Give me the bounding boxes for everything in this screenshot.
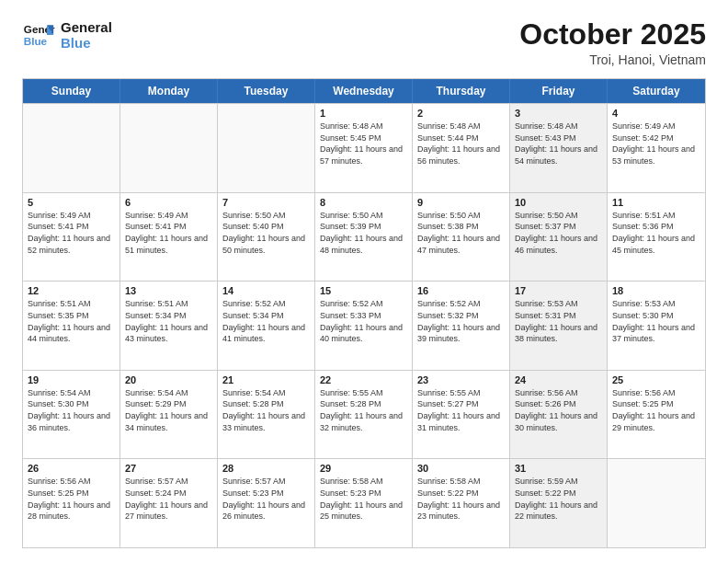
daylight-text: Daylight: 11 hours and 28 minutes. bbox=[28, 500, 115, 523]
day-number: 2 bbox=[417, 108, 505, 119]
daylight-text: Daylight: 11 hours and 32 minutes. bbox=[320, 410, 407, 433]
sunset-text: Sunset: 5:45 PM bbox=[320, 132, 407, 144]
cal-cell-r2c4: 16Sunrise: 5:52 AMSunset: 5:32 PMDayligh… bbox=[413, 282, 510, 370]
sunrise-text: Sunrise: 5:59 AM bbox=[515, 476, 602, 488]
sunset-text: Sunset: 5:31 PM bbox=[515, 310, 602, 322]
daylight-text: Daylight: 11 hours and 29 minutes. bbox=[612, 410, 700, 433]
calendar: SundayMondayTuesdayWednesdayThursdayFrid… bbox=[22, 78, 706, 548]
cal-cell-r3c2: 21Sunrise: 5:54 AMSunset: 5:28 PMDayligh… bbox=[218, 371, 315, 459]
daylight-text: Daylight: 11 hours and 50 minutes. bbox=[222, 233, 310, 256]
day-number: 26 bbox=[28, 463, 115, 474]
month-title: October 2025 bbox=[519, 18, 706, 51]
cal-cell-r3c1: 20Sunrise: 5:54 AMSunset: 5:29 PMDayligh… bbox=[120, 371, 218, 459]
sunset-text: Sunset: 5:40 PM bbox=[222, 221, 310, 233]
daylight-text: Daylight: 11 hours and 57 minutes. bbox=[320, 144, 407, 167]
day-number: 12 bbox=[28, 285, 115, 296]
sunrise-text: Sunrise: 5:50 AM bbox=[515, 210, 602, 222]
sunset-text: Sunset: 5:27 PM bbox=[417, 398, 505, 410]
sunrise-text: Sunrise: 5:49 AM bbox=[612, 121, 700, 132]
calendar-row-2: 12Sunrise: 5:51 AMSunset: 5:35 PMDayligh… bbox=[23, 281, 705, 370]
sunrise-text: Sunrise: 5:53 AM bbox=[515, 298, 602, 310]
sunset-text: Sunset: 5:22 PM bbox=[515, 488, 602, 500]
logo-general: General bbox=[61, 19, 112, 35]
day-number: 1 bbox=[320, 108, 407, 119]
sunset-text: Sunset: 5:43 PM bbox=[515, 132, 602, 144]
cal-cell-r4c0: 26Sunrise: 5:56 AMSunset: 5:25 PMDayligh… bbox=[23, 459, 120, 547]
cal-cell-r1c2: 7Sunrise: 5:50 AMSunset: 5:40 PMDaylight… bbox=[218, 193, 315, 282]
day-number: 10 bbox=[515, 197, 602, 208]
sunset-text: Sunset: 5:42 PM bbox=[612, 132, 700, 144]
cal-cell-r3c4: 23Sunrise: 5:55 AMSunset: 5:27 PMDayligh… bbox=[413, 371, 510, 459]
daylight-text: Daylight: 11 hours and 46 minutes. bbox=[515, 233, 602, 256]
sunset-text: Sunset: 5:34 PM bbox=[222, 310, 310, 322]
day-number: 22 bbox=[320, 374, 407, 385]
cal-cell-r4c3: 29Sunrise: 5:58 AMSunset: 5:23 PMDayligh… bbox=[315, 459, 413, 547]
sunrise-text: Sunrise: 5:52 AM bbox=[417, 298, 505, 310]
day-number: 15 bbox=[320, 285, 407, 296]
sunset-text: Sunset: 5:23 PM bbox=[320, 488, 407, 500]
sunset-text: Sunset: 5:39 PM bbox=[320, 221, 407, 233]
daylight-text: Daylight: 11 hours and 38 minutes. bbox=[515, 322, 602, 345]
sunset-text: Sunset: 5:22 PM bbox=[417, 488, 505, 500]
cal-cell-r3c6: 25Sunrise: 5:56 AMSunset: 5:25 PMDayligh… bbox=[608, 371, 705, 459]
day-number: 11 bbox=[612, 197, 700, 208]
cal-cell-r2c3: 15Sunrise: 5:52 AMSunset: 5:33 PMDayligh… bbox=[315, 282, 413, 370]
sunset-text: Sunset: 5:30 PM bbox=[28, 398, 115, 410]
sunrise-text: Sunrise: 5:55 AM bbox=[320, 387, 407, 399]
sunset-text: Sunset: 5:26 PM bbox=[515, 398, 602, 410]
cal-cell-r0c6: 4Sunrise: 5:49 AMSunset: 5:42 PMDaylight… bbox=[608, 104, 705, 192]
daylight-text: Daylight: 11 hours and 25 minutes. bbox=[320, 500, 407, 523]
cal-cell-r0c4: 2Sunrise: 5:48 AMSunset: 5:44 PMDaylight… bbox=[413, 104, 510, 192]
cal-cell-r3c3: 22Sunrise: 5:55 AMSunset: 5:28 PMDayligh… bbox=[315, 371, 413, 459]
daylight-text: Daylight: 11 hours and 53 minutes. bbox=[612, 144, 700, 167]
sunrise-text: Sunrise: 5:48 AM bbox=[417, 121, 505, 132]
cal-cell-r2c6: 18Sunrise: 5:53 AMSunset: 5:30 PMDayligh… bbox=[608, 282, 705, 370]
sunrise-text: Sunrise: 5:54 AM bbox=[28, 387, 115, 399]
daylight-text: Daylight: 11 hours and 47 minutes. bbox=[417, 233, 505, 256]
sunrise-text: Sunrise: 5:57 AM bbox=[125, 476, 212, 488]
cal-cell-r2c1: 13Sunrise: 5:51 AMSunset: 5:34 PMDayligh… bbox=[120, 282, 218, 370]
sunrise-text: Sunrise: 5:48 AM bbox=[515, 121, 602, 132]
day-number: 13 bbox=[125, 285, 212, 296]
day-number: 17 bbox=[515, 285, 602, 296]
sunrise-text: Sunrise: 5:51 AM bbox=[125, 298, 212, 310]
cal-cell-r0c2 bbox=[218, 104, 315, 192]
header-thursday: Thursday bbox=[413, 79, 510, 103]
logo: General Blue General Blue bbox=[22, 18, 112, 52]
sunset-text: Sunset: 5:32 PM bbox=[417, 310, 505, 322]
sunrise-text: Sunrise: 5:54 AM bbox=[222, 387, 310, 399]
sunset-text: Sunset: 5:30 PM bbox=[612, 310, 700, 322]
cal-cell-r3c0: 19Sunrise: 5:54 AMSunset: 5:30 PMDayligh… bbox=[23, 371, 120, 459]
cal-cell-r1c3: 8Sunrise: 5:50 AMSunset: 5:39 PMDaylight… bbox=[315, 193, 413, 282]
daylight-text: Daylight: 11 hours and 41 minutes. bbox=[222, 322, 310, 345]
sunrise-text: Sunrise: 5:56 AM bbox=[612, 387, 700, 399]
location: Troi, Hanoi, Vietnam bbox=[519, 52, 706, 67]
sunrise-text: Sunrise: 5:49 AM bbox=[125, 210, 212, 222]
day-number: 28 bbox=[222, 463, 310, 474]
cal-cell-r1c0: 5Sunrise: 5:49 AMSunset: 5:41 PMDaylight… bbox=[23, 193, 120, 282]
sunset-text: Sunset: 5:24 PM bbox=[125, 488, 212, 500]
sunset-text: Sunset: 5:28 PM bbox=[222, 398, 310, 410]
cal-cell-r1c4: 9Sunrise: 5:50 AMSunset: 5:38 PMDaylight… bbox=[413, 193, 510, 282]
sunrise-text: Sunrise: 5:56 AM bbox=[515, 387, 602, 399]
daylight-text: Daylight: 11 hours and 52 minutes. bbox=[28, 233, 115, 256]
cal-cell-r1c6: 11Sunrise: 5:51 AMSunset: 5:36 PMDayligh… bbox=[608, 193, 705, 282]
day-number: 31 bbox=[515, 463, 602, 474]
header-tuesday: Tuesday bbox=[218, 79, 315, 103]
daylight-text: Daylight: 11 hours and 44 minutes. bbox=[28, 322, 115, 345]
day-number: 6 bbox=[125, 197, 212, 208]
header-monday: Monday bbox=[120, 79, 218, 103]
daylight-text: Daylight: 11 hours and 33 minutes. bbox=[222, 410, 310, 433]
sunset-text: Sunset: 5:37 PM bbox=[515, 221, 602, 233]
day-number: 27 bbox=[125, 463, 212, 474]
sunrise-text: Sunrise: 5:55 AM bbox=[417, 387, 505, 399]
sunset-text: Sunset: 5:35 PM bbox=[28, 310, 115, 322]
sunrise-text: Sunrise: 5:54 AM bbox=[125, 387, 212, 399]
sunrise-text: Sunrise: 5:56 AM bbox=[28, 476, 115, 488]
cal-cell-r2c5: 17Sunrise: 5:53 AMSunset: 5:31 PMDayligh… bbox=[510, 282, 608, 370]
cal-cell-r0c5: 3Sunrise: 5:48 AMSunset: 5:43 PMDaylight… bbox=[510, 104, 608, 192]
cal-cell-r4c6 bbox=[608, 459, 705, 547]
day-number: 29 bbox=[320, 463, 407, 474]
day-number: 9 bbox=[417, 197, 505, 208]
daylight-text: Daylight: 11 hours and 48 minutes. bbox=[320, 233, 407, 256]
